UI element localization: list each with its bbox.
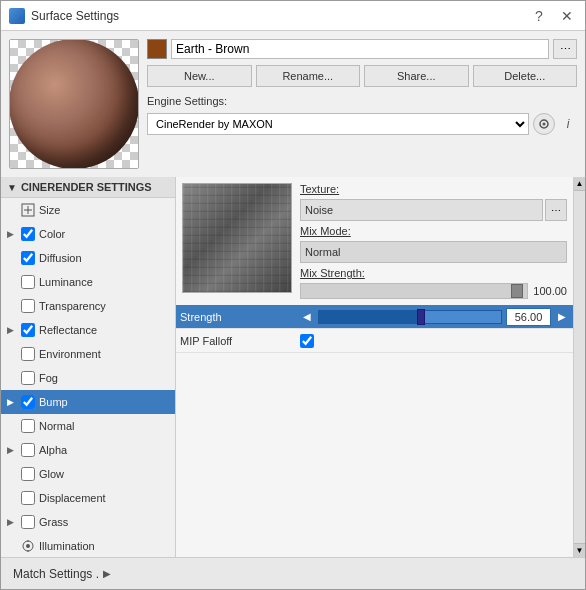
channel-label-illumination: Illumination — [39, 540, 95, 552]
help-button[interactable]: ? — [529, 6, 549, 26]
action-buttons: New... Rename... Share... Delete... — [147, 65, 577, 87]
texture-name-row: Noise ⋯ — [300, 199, 567, 221]
channel-item-size[interactable]: Size — [1, 198, 175, 222]
size-icon — [21, 203, 35, 217]
channel-label-reflectance: Reflectance — [39, 324, 97, 336]
strength-slider-container: ◀ 56.00 ▶ — [300, 308, 569, 326]
material-color-swatch[interactable] — [147, 39, 167, 59]
channel-label-fog: Fog — [39, 372, 58, 384]
channel-item-diffusion[interactable]: Diffusion — [1, 246, 175, 270]
expand-icon: ▶ — [7, 517, 21, 527]
channel-label-environment: Environment — [39, 348, 101, 360]
channel-item-illumination[interactable]: Illumination — [1, 534, 175, 557]
channel-checkbox-environment[interactable] — [21, 347, 35, 361]
texture-controls: Texture: Noise ⋯ Mix Mode: Normal Mix St… — [300, 183, 567, 299]
rename-button[interactable]: Rename... — [256, 65, 361, 87]
channel-checkbox-fog[interactable] — [21, 371, 35, 385]
texture-preview-image — [183, 184, 291, 292]
expand-icon: ▶ — [7, 445, 21, 455]
texture-preview — [182, 183, 292, 293]
channel-checkbox-alpha[interactable] — [21, 443, 35, 457]
channel-checkbox-displacement[interactable] — [21, 491, 35, 505]
texture-label: Texture: — [300, 183, 567, 195]
material-options-button[interactable]: ⋯ — [553, 39, 577, 59]
channel-item-bump[interactable]: ▶ Bump — [1, 390, 175, 414]
mix-strength-row: 100.00 — [300, 283, 567, 299]
channel-checkbox-transparency[interactable] — [21, 299, 35, 313]
main-window: Surface Settings ? ✕ ⋯ New... — [0, 0, 586, 590]
mix-mode-field[interactable]: Normal — [300, 241, 567, 263]
material-info: ⋯ New... Rename... Share... Delete... En… — [147, 39, 577, 169]
strength-slider[interactable] — [318, 310, 502, 324]
delete-button[interactable]: Delete... — [473, 65, 578, 87]
channel-label-normal: Normal — [39, 420, 74, 432]
engine-select[interactable]: CineRender by MAXON — [147, 113, 529, 135]
illumination-icon — [21, 539, 35, 553]
match-settings-button[interactable]: Match Settings . ▶ — [9, 565, 115, 583]
strength-arrow-right[interactable]: ▶ — [555, 310, 569, 324]
channel-item-transparency[interactable]: Transparency — [1, 294, 175, 318]
channel-item-reflectance[interactable]: ▶ Reflectance — [1, 318, 175, 342]
expand-icon: ▶ — [7, 229, 21, 239]
channel-checkbox-bump[interactable] — [21, 395, 35, 409]
channel-label-glow: Glow — [39, 468, 64, 480]
channel-item-glow[interactable]: Glow — [1, 462, 175, 486]
mix-slider-thumb — [511, 284, 523, 298]
engine-icon-button[interactable] — [533, 113, 555, 135]
channel-item-luminance[interactable]: Luminance — [1, 270, 175, 294]
mix-strength-label: Mix Strength: — [300, 267, 567, 279]
engine-row: CineRender by MAXON i — [147, 113, 577, 135]
channel-checkbox-glow[interactable] — [21, 467, 35, 481]
svg-point-6 — [26, 544, 30, 548]
scrollbar-up-button[interactable]: ▲ — [574, 177, 585, 191]
match-settings-arrow: ▶ — [103, 568, 111, 579]
channel-label-transparency: Transparency — [39, 300, 106, 312]
channel-label-displacement: Displacement — [39, 492, 106, 504]
new-button[interactable]: New... — [147, 65, 252, 87]
close-button[interactable]: ✕ — [557, 6, 577, 26]
strength-arrow-left[interactable]: ◀ — [300, 310, 314, 324]
window-title: Surface Settings — [31, 9, 529, 23]
mip-falloff-checkbox[interactable] — [300, 334, 314, 348]
left-panel: ▼ CINERENDER SETTINGS Size — [1, 177, 176, 557]
channel-checkbox-reflectance[interactable] — [21, 323, 35, 337]
channel-checkbox-normal[interactable] — [21, 419, 35, 433]
strength-slider-fill — [319, 311, 421, 323]
channel-label-size: Size — [39, 204, 60, 216]
channel-item-grass[interactable]: ▶ Grass — [1, 510, 175, 534]
right-scrollbar: ▲ ▼ — [573, 177, 585, 557]
channel-checkbox-luminance[interactable] — [21, 275, 35, 289]
channel-label-color: Color — [39, 228, 65, 240]
match-settings-label: Match Settings . — [13, 567, 99, 581]
channel-item-normal[interactable]: Normal — [1, 414, 175, 438]
texture-name-field[interactable]: Noise — [300, 199, 543, 221]
share-button[interactable]: Share... — [364, 65, 469, 87]
channel-item-color[interactable]: ▶ Color — [1, 222, 175, 246]
settings-icon — [538, 118, 550, 130]
middle-section: ▼ CINERENDER SETTINGS Size — [1, 177, 585, 557]
channel-label-bump: Bump — [39, 396, 68, 408]
mix-strength-slider[interactable] — [300, 283, 528, 299]
material-name-row: ⋯ — [147, 39, 577, 59]
channel-checkbox-color[interactable] — [21, 227, 35, 241]
channel-checkbox-diffusion[interactable] — [21, 251, 35, 265]
property-row-strength[interactable]: Strength ◀ 56.00 ▶ — [176, 305, 573, 329]
expand-icon: ▶ — [7, 397, 21, 407]
scrollbar-down-button[interactable]: ▼ — [574, 543, 585, 557]
channel-item-environment[interactable]: Environment — [1, 342, 175, 366]
channel-checkbox-grass[interactable] — [21, 515, 35, 529]
preview-sphere — [9, 39, 139, 169]
strength-value[interactable]: 56.00 — [506, 308, 551, 326]
properties-area: Strength ◀ 56.00 ▶ — [176, 305, 573, 557]
content-area: ⋯ New... Rename... Share... Delete... En… — [1, 31, 585, 589]
texture-options-button[interactable]: ⋯ — [545, 199, 567, 221]
cinerender-section-header[interactable]: ▼ CINERENDER SETTINGS — [1, 177, 175, 198]
mix-strength-value: 100.00 — [532, 285, 567, 297]
info-button[interactable]: i — [559, 115, 577, 133]
collapse-icon: ▼ — [7, 182, 17, 193]
material-name-input[interactable] — [171, 39, 549, 59]
channel-list: Size ▶ Color Diffusion — [1, 198, 175, 557]
channel-item-displacement[interactable]: Displacement — [1, 486, 175, 510]
channel-item-fog[interactable]: Fog — [1, 366, 175, 390]
channel-item-alpha[interactable]: ▶ Alpha — [1, 438, 175, 462]
